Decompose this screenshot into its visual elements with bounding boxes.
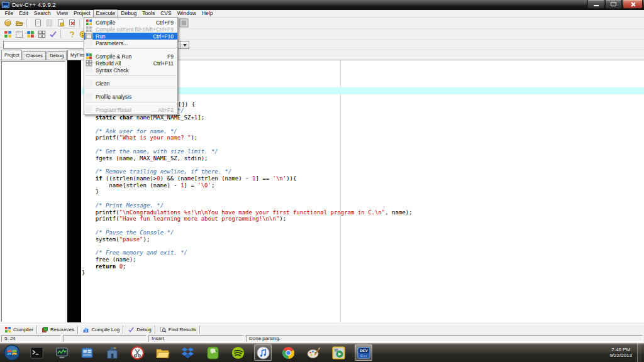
taskbar-app-chrome[interactable]	[279, 344, 297, 361]
toolbar-button-close-all[interactable]	[67, 18, 77, 28]
minimize-button[interactable]	[587, 0, 604, 9]
toolbar-button-save-all[interactable]	[44, 18, 54, 28]
tray-icon-network-globe[interactable]	[562, 348, 570, 357]
code-token	[82, 250, 96, 256]
menu-item-icon	[86, 106, 92, 113]
tray-icon-signal[interactable]	[584, 348, 593, 357]
report-tab-icon	[4, 326, 11, 333]
chevron-down-icon[interactable]	[180, 41, 189, 48]
menu-item-sep[interactable]	[84, 102, 177, 106]
taskbar-app-devcpp[interactable]: DEVC++	[355, 344, 372, 361]
toolbar-button-debug-check[interactable]	[48, 29, 58, 39]
panel-tab-project[interactable]: Project	[1, 50, 22, 60]
toolbar-button-compile[interactable]	[3, 29, 13, 39]
menu-item-compile[interactable]: Compile Ctrl+F9	[84, 19, 177, 26]
menu-item-clean[interactable]: Clean	[84, 80, 177, 87]
tray-icon-action-flag[interactable]	[550, 348, 559, 357]
menubar-item-search[interactable]: Search	[31, 9, 53, 18]
menu-item-profile-analysis[interactable]: Profile analysis	[84, 93, 177, 100]
taskbar-app-evernote[interactable]	[204, 344, 221, 361]
toolbar-button-sep[interactable]	[79, 19, 83, 28]
taskbar-app-icon	[331, 346, 346, 360]
menu-item-syntax-check[interactable]: Syntax Check	[84, 67, 177, 74]
menu-item-sep[interactable]	[84, 75, 177, 80]
taskbar-app-icon	[80, 346, 94, 360]
report-tab-icon	[160, 326, 167, 333]
menubar-item-edit[interactable]: Edit	[16, 9, 31, 18]
taskbar-app-snipping[interactable]	[128, 344, 146, 361]
menu-item-label: Compile & Run	[96, 53, 167, 60]
toolbar-button-sep[interactable]	[60, 30, 64, 38]
code-line-32: }	[81, 270, 644, 277]
report-tab-compiler[interactable]: Compiler	[1, 326, 37, 334]
taskbar-app-icon	[231, 346, 245, 360]
taskbar-app-explorer[interactable]	[153, 344, 171, 361]
panel-tab-debug[interactable]: Debug	[47, 51, 67, 60]
toolbar-button-open[interactable]	[14, 18, 24, 28]
menu-item-shortcut: F9	[167, 53, 174, 60]
toolbar-button-partial[interactable]	[179, 18, 189, 28]
taskbar-clock[interactable]: 2:46 PM 9/22/2013	[609, 347, 632, 358]
menubar-item-file[interactable]: File	[2, 9, 16, 18]
menu-item-rebuild-all[interactable]: Rebuild All Ctrl+F11	[84, 60, 177, 67]
panel-tab-classes[interactable]: Classes	[23, 51, 46, 60]
tray-icon-tray-arrow[interactable]	[541, 349, 548, 356]
report-tab-compile-log[interactable]: Compile Log	[79, 326, 123, 334]
code-token: fgets (name, MAX_NAME_SZ, stdin);	[82, 155, 208, 162]
clock-time: 2:46 PM	[609, 347, 632, 353]
project-panel[interactable]	[1, 61, 65, 322]
close-button[interactable]	[623, 0, 643, 9]
toolbar-button-new-project[interactable]	[3, 18, 13, 28]
tray-icon-speaker[interactable]	[596, 348, 604, 357]
taskbar-app-dropbox[interactable]	[179, 344, 196, 361]
taskbar-app-control-panel[interactable]	[78, 344, 96, 361]
menu-item-parameters-[interactable]: Parameters...	[84, 40, 177, 47]
tray-icon-clipboard[interactable]	[573, 348, 582, 357]
taskbar-app-castle[interactable]	[103, 344, 121, 361]
toolbar-icon	[15, 19, 23, 27]
menu-item-sep[interactable]	[84, 89, 177, 93]
code-token: name[MAX_NAME_SZ+	[133, 114, 194, 121]
menubar-item-window[interactable]: Window	[174, 9, 199, 18]
menu-item-program-reset[interactable]: Program Reset Alt+F2	[84, 106, 177, 113]
toolbar-icon	[38, 30, 46, 38]
menu-item-compile-current-file[interactable]: Compile current file Shift+Ctrl+F9	[84, 26, 177, 33]
show-desktop-button[interactable]	[637, 343, 641, 362]
toolbar-button-save[interactable]	[33, 18, 43, 28]
menu-item-compile-run[interactable]: Compile & Run F9	[84, 53, 177, 60]
cursor-position: 5: 24	[1, 335, 61, 342]
taskbar-app-recorder[interactable]	[330, 344, 347, 361]
taskbar-app-spotify[interactable]	[229, 344, 247, 361]
maximize-button[interactable]	[605, 0, 622, 9]
report-tab-find-results[interactable]: Find Results	[157, 326, 200, 334]
menubar-item-help[interactable]: Help	[199, 9, 215, 18]
menu-item-label: Program Reset	[96, 107, 158, 113]
menu-item-icon	[86, 40, 92, 47]
toolbar-button-close[interactable]	[55, 18, 65, 28]
code-line-12: printf("What is your name? ");	[81, 134, 644, 141]
code-line-20: }	[81, 189, 644, 195]
taskbar-app-cmd[interactable]	[28, 344, 45, 361]
code-line-21	[81, 195, 644, 202]
code-token	[82, 229, 96, 236]
toolbar-button-help[interactable]	[67, 29, 77, 39]
report-tab-resources[interactable]: Resources	[38, 326, 78, 334]
menu-item-run[interactable]: Run Ctrl+F10	[84, 33, 177, 40]
code-token: )){	[286, 175, 296, 182]
toolbar-button-compile-run[interactable]	[25, 29, 35, 39]
start-button[interactable]	[3, 344, 21, 361]
report-tab-debug[interactable]: Debug	[125, 326, 155, 334]
taskbar-app-paint[interactable]	[304, 344, 322, 361]
menu-item-sep[interactable]	[84, 48, 177, 53]
taskbar-app-itunes[interactable]	[254, 344, 272, 361]
toolbar-button-sep[interactable]	[26, 19, 30, 28]
code-token: system(	[82, 236, 119, 243]
menu-item-shortcut: Ctrl+F11	[153, 60, 174, 67]
taskbar-app-taskmgr[interactable]	[53, 344, 70, 361]
menubar-item-view[interactable]: View	[53, 9, 70, 18]
panel-tab-label: Debug	[50, 53, 64, 58]
taskbar-app-icon	[306, 346, 321, 360]
toolbar-button-rebuild[interactable]	[36, 29, 47, 39]
report-tab-label: Compile Log	[91, 327, 119, 332]
toolbar-button-run[interactable]	[14, 29, 24, 39]
